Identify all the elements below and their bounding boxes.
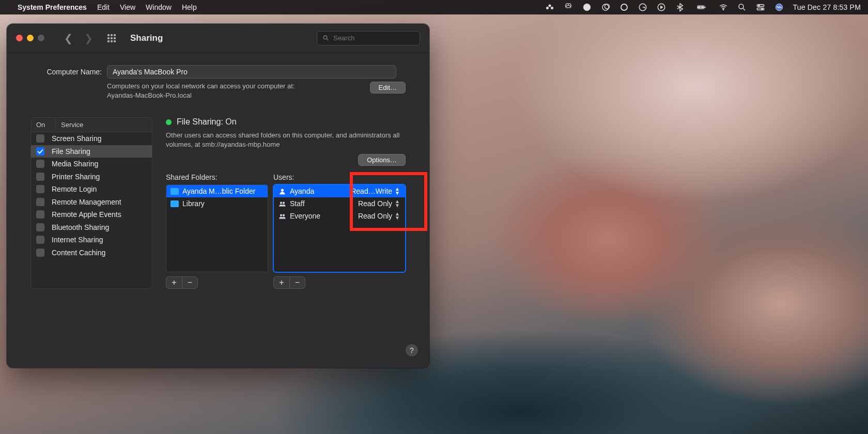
service-row-internet-sharing[interactable]: Internet Sharing xyxy=(31,234,152,246)
services-table: On Service Screen SharingFile SharingMed… xyxy=(30,117,152,289)
status-icon-butterfly[interactable] xyxy=(564,3,573,12)
spotlight-icon[interactable] xyxy=(737,3,747,12)
service-checkbox[interactable] xyxy=(36,249,44,257)
edit-button[interactable]: Edit… xyxy=(370,82,406,94)
show-all-icon[interactable] xyxy=(107,34,116,42)
svg-point-15 xyxy=(758,5,760,6)
svg-point-2 xyxy=(551,7,553,9)
search-field[interactable] xyxy=(317,31,420,45)
users-list[interactable]: AyandaRead…Write▲▼StaffRead Only▲▼Everyo… xyxy=(273,184,406,272)
permission-value: Read…Write xyxy=(351,187,392,195)
service-name: Media Sharing xyxy=(52,160,98,168)
menubar-item-edit[interactable]: Edit xyxy=(97,3,110,11)
service-name: Internet Sharing xyxy=(52,236,103,244)
service-checkbox[interactable] xyxy=(36,173,44,181)
service-checkbox[interactable] xyxy=(36,160,44,168)
wifi-icon[interactable] xyxy=(719,3,728,12)
bluetooth-icon[interactable] xyxy=(675,3,685,12)
battery-icon[interactable] xyxy=(694,3,709,12)
service-row-screen-sharing[interactable]: Screen Sharing xyxy=(31,132,152,145)
folder-name: Ayanda M…blic Folder xyxy=(182,187,255,195)
svg-point-0 xyxy=(546,7,549,9)
service-row-remote-login[interactable]: Remote Login xyxy=(31,183,152,196)
window-title: Sharing xyxy=(130,33,163,43)
service-checkbox[interactable] xyxy=(36,147,44,156)
user-name: Ayanda xyxy=(290,187,314,195)
shared-folders-label: Shared Folders: xyxy=(166,173,268,181)
service-row-bluetooth-sharing[interactable]: Bluetooth Sharing xyxy=(31,221,152,234)
forward-button[interactable]: ❯ xyxy=(84,32,93,44)
options-button[interactable]: Options… xyxy=(358,154,406,166)
user-row[interactable]: EveryoneRead Only▲▼ xyxy=(274,210,405,222)
service-checkbox[interactable] xyxy=(36,198,44,206)
minimize-button[interactable] xyxy=(27,35,34,41)
service-row-media-sharing[interactable]: Media Sharing xyxy=(31,158,152,171)
search-icon xyxy=(322,34,329,42)
folder-row[interactable]: Library xyxy=(166,197,268,210)
zoom-button[interactable] xyxy=(38,35,44,41)
service-name: Printer Sharing xyxy=(52,173,100,181)
add-user-button[interactable]: + xyxy=(274,277,289,288)
service-checkbox[interactable] xyxy=(36,134,44,143)
status-icon-circle-2[interactable] xyxy=(619,3,629,12)
traffic-lights xyxy=(16,35,44,41)
menubar-item-window[interactable]: Window xyxy=(146,3,172,11)
service-checkbox[interactable] xyxy=(36,210,44,219)
control-center-icon[interactable] xyxy=(756,3,765,12)
menubar-item-help[interactable]: Help xyxy=(182,3,197,11)
computer-name-label: Computer Name: xyxy=(30,68,102,76)
service-row-file-sharing[interactable]: File Sharing xyxy=(31,145,152,158)
menubar-clock[interactable]: Tue Dec 27 8:53 PM xyxy=(793,3,861,11)
status-lamp-icon xyxy=(166,119,172,125)
permission-dropdown[interactable]: Read…Write▲▼ xyxy=(351,187,401,195)
preferences-window: ❮ ❯ Sharing Computer Name: Computers on … xyxy=(7,24,429,368)
service-name: File Sharing xyxy=(52,147,90,156)
svg-point-24 xyxy=(282,214,284,216)
svg-point-21 xyxy=(280,202,282,204)
close-button[interactable] xyxy=(16,35,23,41)
permission-value: Read Only xyxy=(358,199,392,208)
status-icon-1[interactable] xyxy=(545,3,554,12)
folder-row[interactable]: Ayanda M…blic Folder xyxy=(166,185,268,197)
service-row-remote-apple-events[interactable]: Remote Apple Events xyxy=(31,208,152,221)
menubar-app-name[interactable]: System Preferences xyxy=(18,3,87,11)
status-icon-play[interactable] xyxy=(657,3,666,12)
service-checkbox[interactable] xyxy=(36,185,44,193)
svg-rect-11 xyxy=(704,7,705,8)
service-checkbox[interactable] xyxy=(36,236,44,244)
status-icon-circle-1[interactable] xyxy=(582,3,592,12)
menubar-item-view[interactable]: View xyxy=(120,3,135,11)
user-row[interactable]: StaffRead Only▲▼ xyxy=(274,197,405,210)
hostname-text: Computers on your local network can acce… xyxy=(107,82,295,100)
search-input[interactable] xyxy=(333,34,414,42)
shared-folders-list[interactable]: Ayanda M…blic FolderLibrary xyxy=(166,184,268,272)
computer-name-input[interactable] xyxy=(107,65,396,79)
chevron-updown-icon: ▲▼ xyxy=(395,212,400,220)
status-icon-g[interactable] xyxy=(638,3,647,12)
siri-icon[interactable] xyxy=(774,3,784,12)
service-row-remote-management[interactable]: Remote Management xyxy=(31,196,152,209)
remove-user-button[interactable]: − xyxy=(289,277,305,288)
svg-point-20 xyxy=(281,189,283,191)
permission-dropdown[interactable]: Read Only▲▼ xyxy=(358,212,401,220)
service-row-printer-sharing[interactable]: Printer Sharing xyxy=(31,171,152,183)
service-name: Remote Management xyxy=(52,198,121,206)
svg-point-23 xyxy=(280,214,282,216)
service-checkbox[interactable] xyxy=(36,223,44,231)
service-name: Remote Login xyxy=(52,185,97,193)
svg-point-22 xyxy=(282,202,284,204)
permission-dropdown[interactable]: Read Only▲▼ xyxy=(358,199,401,208)
status-icon-cc[interactable] xyxy=(601,3,610,12)
user-row[interactable]: AyandaRead…Write▲▼ xyxy=(274,185,405,197)
services-col-service: Service xyxy=(56,118,88,132)
chevron-updown-icon: ▲▼ xyxy=(395,187,400,195)
help-button[interactable]: ? xyxy=(406,344,418,357)
service-row-content-caching[interactable]: Content Caching xyxy=(31,246,152,259)
remove-folder-button[interactable]: − xyxy=(182,277,197,288)
folder-icon xyxy=(171,200,179,207)
service-name: Remote Apple Events xyxy=(52,210,121,219)
back-button[interactable]: ❮ xyxy=(64,32,73,44)
window-titlebar: ❮ ❯ Sharing xyxy=(7,24,429,53)
svg-point-19 xyxy=(323,36,327,39)
add-folder-button[interactable]: + xyxy=(166,277,182,288)
